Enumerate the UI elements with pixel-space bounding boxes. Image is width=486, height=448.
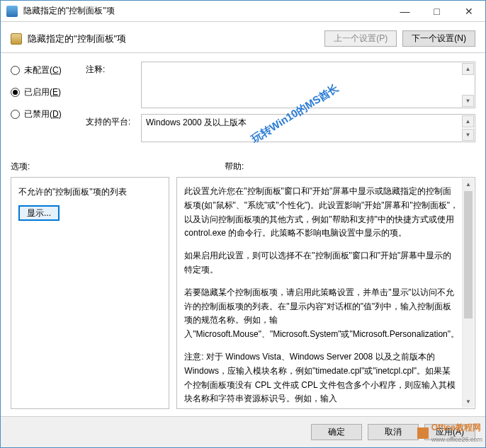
ok-button[interactable]: 确定 xyxy=(311,424,362,440)
radio-label: 未配置(C) xyxy=(24,64,62,76)
scroll-up-icon[interactable]: ▲ xyxy=(462,63,474,75)
minimize-button[interactable]: — xyxy=(389,1,421,21)
app-icon xyxy=(6,6,18,17)
window-title: 隐藏指定的"控制面板"项 xyxy=(23,5,389,17)
platform-value: Windows 2000 及以上版本 xyxy=(146,117,247,127)
radio-label: 已启用(E) xyxy=(24,86,61,98)
close-button[interactable]: ✕ xyxy=(453,1,485,21)
radio-icon xyxy=(11,88,20,97)
apply-button[interactable]: 应用(A) xyxy=(424,424,475,440)
comment-textarea[interactable]: ▲ ▼ xyxy=(141,62,475,108)
options-panel: 不允许的"控制面板"项的列表 显示... xyxy=(11,177,169,409)
cancel-button[interactable]: 取消 xyxy=(368,424,419,440)
header-bar: 隐藏指定的"控制面板"项 上一个设置(P) 下一个设置(N) xyxy=(1,22,485,53)
help-panel: 此设置允许您在"控制面板"窗口和"开始"屏幕中显示或隐藏指定的控制面板项(如"鼠… xyxy=(176,177,475,409)
help-scrollbar[interactable]: ▲ ▼ xyxy=(462,178,474,408)
radio-disabled[interactable]: 已禁用(D) xyxy=(11,108,79,120)
scroll-thumb[interactable] xyxy=(464,191,473,318)
title-bar: 隐藏指定的"控制面板"项 — □ ✕ xyxy=(1,1,485,22)
prev-setting-button[interactable]: 上一个设置(P) xyxy=(324,30,397,47)
scroll-up-icon[interactable]: ▲ xyxy=(462,115,474,127)
scroll-down-icon[interactable]: ▼ xyxy=(462,95,474,107)
show-button[interactable]: 显示... xyxy=(18,205,60,221)
platform-label: 支持的平台: xyxy=(86,114,141,142)
state-radio-group: 未配置(C) 已启用(E) 已禁用(D) xyxy=(11,62,79,148)
scroll-up-icon[interactable]: ▲ xyxy=(463,178,474,190)
radio-not-configured[interactable]: 未配置(C) xyxy=(11,64,79,76)
policy-icon xyxy=(11,33,22,45)
disallowed-list-label: 不允许的"控制面板"项的列表 xyxy=(18,186,127,198)
header-title: 隐藏指定的"控制面板"项 xyxy=(28,33,319,45)
next-setting-button[interactable]: 下一个设置(N) xyxy=(402,30,475,47)
options-label: 选项: xyxy=(11,161,225,173)
radio-label: 已禁用(D) xyxy=(24,108,62,120)
scroll-down-icon[interactable]: ▼ xyxy=(463,396,474,408)
dialog-footer: 确定 取消 应用(A) xyxy=(1,416,485,447)
radio-icon xyxy=(11,110,20,119)
platform-box: Windows 2000 及以上版本 ▲ ▼ xyxy=(141,114,475,142)
help-text: 此设置允许您在"控制面板"窗口和"开始"屏幕中显示或隐藏指定的控制面板项(如"鼠… xyxy=(177,178,475,408)
radio-enabled[interactable]: 已启用(E) xyxy=(11,86,79,98)
radio-icon xyxy=(11,66,20,75)
maximize-button[interactable]: □ xyxy=(421,1,453,21)
comment-label: 注释: xyxy=(86,62,141,108)
scroll-down-icon[interactable]: ▼ xyxy=(462,129,474,141)
help-label: 帮助: xyxy=(225,161,244,173)
